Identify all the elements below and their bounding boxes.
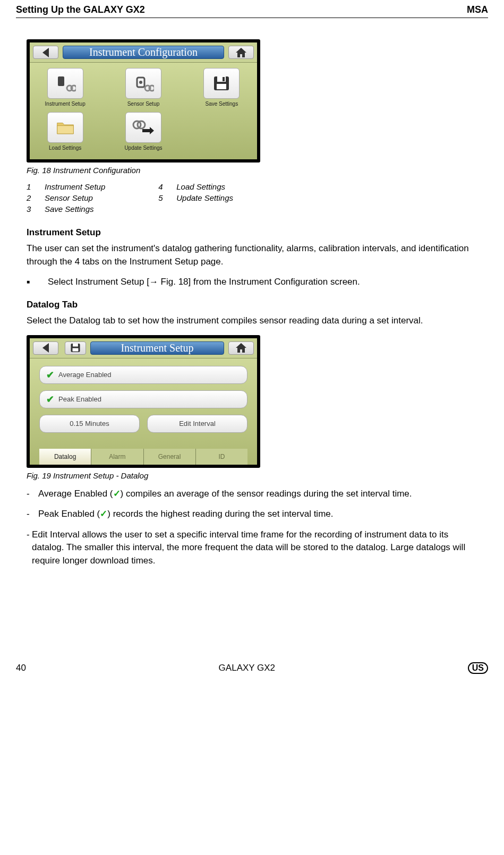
doc-title: GALAXY GX2 [219,663,275,673]
brand: MSA [467,4,488,15]
page-number: 40 [16,663,26,673]
tab-id[interactable]: ID [196,449,247,465]
tab-alarm[interactable]: Alarm [91,449,143,465]
tab-datalog[interactable]: Datalog [39,449,91,465]
svg-marker-15 [42,343,49,353]
bullet-text: Select Instrument Setup [→ Fig. 18] from… [48,276,360,289]
home-button[interactable] [228,341,254,355]
tile-label: Instrument Setup [45,101,86,107]
legend-num: 5 [158,193,176,202]
back-arrow-icon [41,47,50,58]
region-badge: US [468,662,488,674]
fig19-caption: Fig. 19 Instrument Setup - Datalog [27,471,477,480]
tile-save-settings[interactable]: Save Settings [197,68,246,107]
svg-rect-17 [73,344,78,347]
save-button[interactable] [65,341,86,355]
dash-icon: - [27,508,38,521]
fig18-legend: 1Instrument Setup 2Sensor Setup 3Save Se… [27,182,477,216]
toggle-label: Peak Enabled [58,395,101,403]
tile-sensor-setup[interactable]: Sensor Setup [119,68,168,107]
legend-label: Instrument Setup [45,182,105,191]
fig18-screenshot: Instrument Configuration Instrument Setu… [27,39,260,163]
fig18-caption: Fig. 18 Instrument Configuration [27,166,477,175]
dash-item-edit-interval: Edit Interval allows the user to set a s… [32,528,477,568]
bullet-icon: ■ [27,276,48,289]
svg-marker-0 [42,48,49,57]
svg-point-6 [139,81,142,84]
svg-marker-19 [236,343,246,353]
dash-item-average: Average Enabled (✓) compiles an average … [38,488,412,501]
dash-icon: - [27,528,32,568]
sensor-setup-icon [125,68,161,99]
folder-icon [47,112,83,143]
svg-marker-1 [236,48,246,57]
save-icon [70,342,81,354]
svg-rect-12 [217,84,226,89]
back-arrow-icon [41,342,50,354]
toggle-label: Average Enabled [58,371,112,379]
heading-datalog-tab: Datalog Tab [27,300,477,310]
heading-instrument-setup: Instrument Setup [27,227,477,238]
svg-rect-18 [73,348,79,352]
legend-label: Save Settings [45,204,94,213]
legend-label: Update Settings [176,193,233,202]
tile-label: Save Settings [205,101,238,107]
back-button[interactable] [33,46,58,59]
update-icon [125,112,161,143]
legend-num: 4 [158,182,176,191]
check-icon: ✓ [100,509,107,519]
tile-load-settings[interactable]: Load Settings [41,112,90,151]
tile-label: Update Settings [124,145,162,151]
legend-label: Load Settings [176,182,225,191]
screen-title: Instrument Setup [90,341,224,355]
tile-label: Sensor Setup [127,101,160,107]
svg-rect-11 [223,77,225,81]
fig19-screenshot: Instrument Setup ✔ Average Enabled ✔ Pea… [27,335,260,468]
back-button[interactable] [33,341,58,355]
para-instrument-setup: The user can set the instrument's datalo… [27,242,477,268]
dash-icon: - [27,488,38,501]
check-icon: ✔ [46,369,54,381]
legend-num: 2 [27,193,45,202]
svg-point-8 [149,85,154,91]
para-datalog: Select the Datalog tab to set how the in… [27,314,477,328]
home-icon [235,47,247,58]
interval-value[interactable]: 0.15 Minutes [39,415,140,433]
legend-num: 1 [27,182,45,191]
home-icon [235,343,247,353]
screen-title: Instrument Configuration [63,46,224,59]
edit-interval-button[interactable]: Edit Interval [147,415,247,433]
svg-point-4 [71,85,76,91]
toggle-average-enabled[interactable]: ✔ Average Enabled [39,366,247,384]
svg-rect-2 [58,76,64,86]
tile-label: Load Settings [49,145,81,151]
tile-instrument-setup[interactable]: Instrument Setup [41,68,90,107]
section-title: Setting Up the GALAXY GX2 [16,4,145,15]
dash-item-peak: Peak Enabled (✓) records the highest rea… [38,508,333,521]
legend-label: Sensor Setup [45,193,93,202]
legend-num: 3 [27,204,45,213]
save-icon [203,68,240,99]
toggle-peak-enabled[interactable]: ✔ Peak Enabled [39,390,247,408]
home-button[interactable] [228,46,254,59]
check-icon: ✓ [113,489,121,499]
tile-update-settings[interactable]: Update Settings [119,112,168,151]
check-icon: ✔ [46,394,54,405]
instrument-setup-icon [47,68,83,99]
tab-general[interactable]: General [144,449,196,465]
